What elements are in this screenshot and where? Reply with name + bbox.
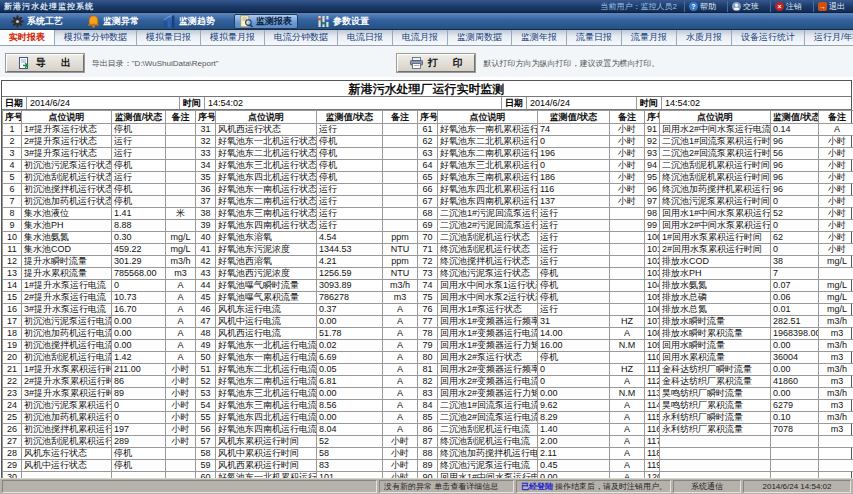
monitor-value: 1.40 [538, 424, 610, 436]
remark-unit [166, 124, 196, 136]
point-description: 好氧池东一北机运行状态 [216, 136, 317, 148]
tab-1[interactable]: 模拟量分钟数据 [55, 30, 137, 45]
logout-button[interactable]: × 注销 [770, 1, 806, 12]
monitor-value: 0.00 [538, 388, 610, 400]
export-dir-label: 导出目录："D:\WuShuiData\Report" [92, 58, 219, 72]
monitor-value: 74 [538, 124, 610, 136]
remark-unit: A [383, 388, 418, 400]
remark-unit: N.M [610, 388, 645, 400]
remark-unit: ppm [383, 232, 418, 244]
point-description [660, 460, 771, 472]
monitor-value: 停机 [317, 136, 383, 148]
point-description: 永利纺织厂瞬时流量 [660, 412, 771, 424]
print-button[interactable]: 打 印 [397, 54, 476, 72]
table-row: 28风机东运行状态停机58风机中累积运行时间58小时88终沉池加药搅拌机运行电流… [3, 448, 853, 460]
remark-unit: A [383, 340, 418, 352]
shift-change-button[interactable]: 交班 [727, 1, 763, 12]
monitor-value: 0.00 [771, 364, 819, 376]
table-row: 10集水池氨氮0.30mg/L40好氧池东溶氧4.54ppm70二沉池刮泥机运行… [3, 232, 853, 244]
tab-2[interactable]: 模拟量日报 [137, 30, 201, 45]
remark-unit [610, 208, 645, 220]
point-description: 好氧池东一南机运行电流 [216, 352, 317, 364]
monitor-value: 0 [538, 364, 610, 376]
time-label: 时间 [637, 97, 662, 109]
remark-unit: NTU [383, 244, 418, 256]
table-row: 8集水池液位1.41米38好氧池东三南机运行状态运行68二沉池1#污泥回流泵运行… [3, 208, 853, 220]
login-hint-text: 操作结束后，请及时注销用户。 [555, 481, 667, 492]
alarm-status[interactable]: 没有新的异常 单击查看详细信息 [379, 480, 514, 493]
remark-unit: A [610, 328, 645, 340]
remark-unit: 米 [166, 208, 196, 220]
point-description: 集水池氨氮 [22, 232, 112, 244]
login-status: 已经登陆 操作结束后，请及时注销用户。 [516, 480, 671, 493]
point-description: 好氧池东二南机运行电流 [216, 376, 317, 388]
point-description: 好氧池东三北机运行状态 [216, 160, 317, 172]
monitor-value: 16.70 [112, 304, 166, 316]
tab-10[interactable]: 流量月报 [622, 30, 677, 45]
remark-unit: 小时 [819, 244, 853, 256]
col-header: 监测值/状态 [538, 111, 610, 124]
table-row: 141#提升水泵运行电流0A44好氧池曝气瞬时流量3093.89m3/h74回用… [3, 280, 853, 292]
remark-unit [166, 448, 196, 460]
tab-11[interactable]: 水质月报 [677, 30, 732, 45]
tab-8[interactable]: 监测年报 [512, 30, 567, 45]
monitor-value: 83 [317, 460, 383, 472]
monitor-value: 运行 [317, 124, 383, 136]
row-number: 61 [418, 124, 438, 136]
monitor-value: 1.41 [112, 208, 166, 220]
menu-item-parameter-settings[interactable]: 参数设置 [312, 14, 374, 29]
menu-item-system-process[interactable]: 系统工艺 [6, 14, 68, 29]
menu-item-monitor-alarm[interactable]: 监测异常 [82, 14, 144, 29]
remark-unit: A [166, 280, 196, 292]
point-description: 集水池液位 [22, 208, 112, 220]
remark-unit [819, 448, 853, 460]
tab-4[interactable]: 电流分钟数据 [265, 30, 338, 45]
tab-3[interactable]: 模拟量月报 [201, 30, 265, 45]
row-number: 109 [645, 340, 660, 352]
point-description: 回用水2#泵运行状态 [438, 352, 538, 364]
tab-6[interactable]: 电流月报 [393, 30, 448, 45]
row-number: 68 [418, 208, 438, 220]
time-value: 14:54:02 [205, 97, 502, 109]
remark-unit: m3/h [819, 340, 853, 352]
print-hint-label: 默认打印方向为纵向打印，建议设置为横向打印。 [483, 58, 659, 72]
monitor-value: 4.21 [317, 256, 383, 268]
tab-12[interactable]: 设备运行统计 [732, 30, 805, 45]
tab-5[interactable]: 电流日报 [338, 30, 393, 45]
col-header: 点位说明 [22, 111, 112, 124]
help-button[interactable]: ? 帮助 [684, 1, 720, 12]
menu-item-monitor-trend[interactable]: 监测趋势 [158, 14, 220, 29]
remark-unit [166, 196, 196, 208]
tab-0[interactable]: 实时报表 [0, 30, 55, 45]
monitor-value: 14.00 [538, 328, 610, 340]
menu-item-monitor-report[interactable]: 监测报表 [234, 14, 298, 29]
point-description: 好氧池东二北机累积运行时间 [438, 136, 538, 148]
remark-unit [383, 124, 418, 136]
row-number: 51 [196, 364, 216, 376]
remark-unit: A [166, 352, 196, 364]
export-button[interactable]: 导 出 [6, 54, 84, 72]
date-label: 日期 [502, 97, 527, 109]
monitor-value: 运行 [112, 148, 166, 160]
tab-9[interactable]: 流量日报 [567, 30, 622, 45]
report-toolbar: 导 出 导出目录："D:\WuShuiData\Report" 打 印 默认打印… [0, 46, 853, 77]
tab-13[interactable]: 运行月/年报 [805, 30, 853, 45]
point-description: 永利纺织厂累积流量 [660, 424, 771, 436]
tab-7[interactable]: 监测周数据 [448, 30, 512, 45]
monitor-value: 211.00 [112, 364, 166, 376]
remark-unit: A [383, 400, 418, 412]
alarm-bell-icon [87, 15, 100, 28]
monitor-value: 197 [112, 424, 166, 436]
monitor-value: 0.00 [771, 388, 819, 400]
monitor-value: 0 [112, 400, 166, 412]
remark-unit: 小时 [383, 436, 418, 448]
remark-unit: 小时 [819, 220, 853, 232]
monitor-value: 0 [538, 376, 610, 388]
row-number: 33 [196, 148, 216, 160]
row-number: 40 [196, 232, 216, 244]
row-number: 11 [3, 244, 22, 256]
exit-button[interactable]: → 退出 [813, 1, 849, 12]
monitor-value: 停机 [112, 160, 166, 172]
row-number: 21 [3, 364, 22, 376]
row-number: 85 [418, 412, 438, 424]
